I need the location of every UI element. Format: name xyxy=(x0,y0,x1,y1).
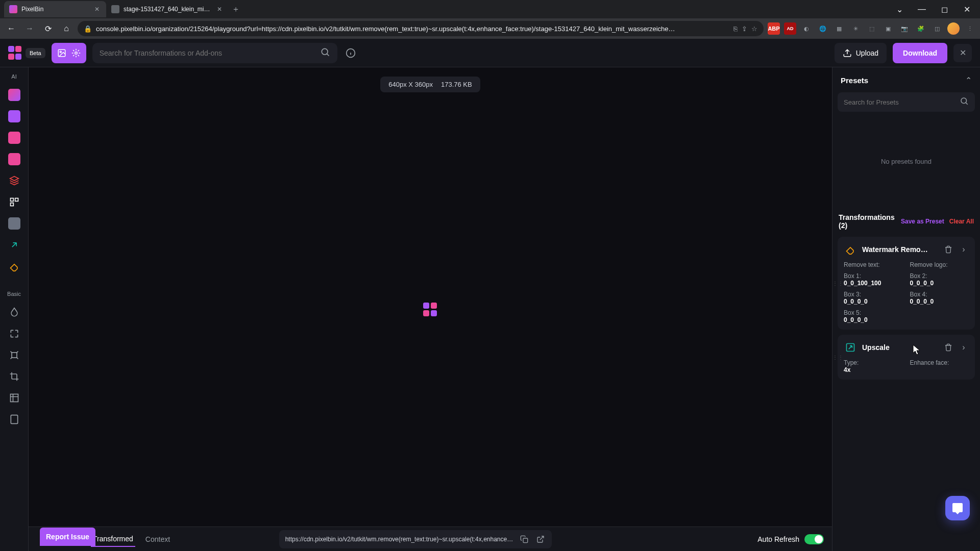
extension-icon[interactable]: ⬚ xyxy=(866,22,878,35)
search-icon[interactable] xyxy=(960,96,969,108)
maximize-icon[interactable]: ◻ xyxy=(935,2,953,16)
tab-title: PixelBin xyxy=(21,6,89,13)
clear-all-link[interactable]: Clear All xyxy=(949,218,974,225)
search-input[interactable] xyxy=(100,49,315,57)
rail-tool-format[interactable] xyxy=(5,410,23,429)
app-logo[interactable]: Beta xyxy=(8,46,45,60)
rail-tool-erase[interactable] xyxy=(5,86,23,104)
rail-tool-upscale[interactable] xyxy=(5,236,23,254)
save-as-preset-link[interactable]: Save as Preset xyxy=(901,218,944,225)
ai-icon xyxy=(8,217,20,230)
download-button[interactable]: Download xyxy=(893,43,947,63)
extension-icon[interactable]: ▣ xyxy=(882,22,894,35)
close-icon[interactable]: ✕ xyxy=(93,5,101,13)
delete-icon[interactable] xyxy=(943,343,953,352)
rail-tool-compress[interactable] xyxy=(5,324,23,343)
rail-tool-gallery[interactable] xyxy=(5,193,23,211)
drag-handle-icon[interactable]: ⋮⋮ xyxy=(832,355,844,360)
star-icon[interactable]: ☆ xyxy=(751,25,757,33)
drag-handle-icon[interactable]: ⋮⋮ xyxy=(832,281,844,286)
home-button[interactable]: ⌂ xyxy=(59,21,74,36)
browser-tab-active[interactable]: PixelBin ✕ xyxy=(4,1,106,17)
tab-transformed[interactable]: Transformed xyxy=(91,532,135,547)
rail-tool-face[interactable] xyxy=(5,150,23,168)
chevron-right-icon[interactable]: › xyxy=(959,245,969,254)
open-external-icon[interactable] xyxy=(535,534,546,544)
new-tab-button[interactable]: ＋ xyxy=(229,2,243,16)
svg-rect-6 xyxy=(15,198,18,202)
kebab-menu-icon[interactable]: ⋮ xyxy=(964,22,976,35)
chevron-down-icon[interactable]: ⌄ xyxy=(890,2,909,16)
resize-icon xyxy=(9,393,19,403)
preset-search-input[interactable] xyxy=(844,98,960,106)
main-layout: AI Basic 640px X 360px 173.76 KB xyxy=(0,67,980,551)
presets-title: Presets xyxy=(841,76,868,85)
upscale-icon xyxy=(844,341,857,354)
chevron-up-icon[interactable]: ⌃ xyxy=(965,76,972,85)
puzzle-icon[interactable]: 🧩 xyxy=(915,22,927,35)
transformation-props: Type:4x Enhance face: xyxy=(844,359,969,373)
mode-settings-button[interactable] xyxy=(69,46,83,60)
rail-tool-blur[interactable] xyxy=(5,303,23,321)
copy-icon[interactable] xyxy=(519,534,529,544)
adblock-extension-icon[interactable]: AD xyxy=(784,22,796,35)
car-icon xyxy=(8,132,20,144)
translate-icon[interactable]: ⎘ xyxy=(733,25,738,33)
share-icon[interactable]: ⇪ xyxy=(742,25,747,33)
chat-support-button[interactable] xyxy=(945,496,970,520)
rail-tool-resize[interactable] xyxy=(5,389,23,407)
tab-context[interactable]: Context xyxy=(143,532,172,546)
mode-image-button[interactable] xyxy=(55,46,69,60)
extension-icon[interactable]: ◐ xyxy=(800,22,813,35)
upload-button[interactable]: Upload xyxy=(835,43,887,63)
camera-icon[interactable]: 📷 xyxy=(898,22,911,35)
close-window-icon[interactable]: ✕ xyxy=(958,2,976,16)
svg-rect-5 xyxy=(10,198,13,202)
close-icon[interactable]: ✕ xyxy=(215,5,224,13)
transformation-card-upscale[interactable]: ⋮⋮ Upscale › Type:4x Enhance face: xyxy=(838,335,975,380)
rail-tool-ai[interactable] xyxy=(5,214,23,233)
report-issue-button[interactable]: Report Issue xyxy=(40,528,95,546)
presets-header[interactable]: Presets ⌃ xyxy=(838,73,975,87)
rail-tool-layers[interactable] xyxy=(5,171,23,190)
url-text: console.pixelbin.io/organization/215264/… xyxy=(96,25,729,33)
rail-tool-watermark[interactable] xyxy=(5,257,23,276)
erase-icon xyxy=(8,89,20,101)
svg-rect-7 xyxy=(10,203,13,206)
minimize-icon[interactable]: — xyxy=(913,2,931,16)
transformation-card-watermark[interactable]: ⋮⋮ Watermark Remo… › Remove text: Remove… xyxy=(838,237,975,330)
chevron-right-icon[interactable]: › xyxy=(959,343,969,352)
browser-tab[interactable]: stage-1531427_640_klein_mit_w… ✕ xyxy=(106,1,229,17)
globe-icon[interactable]: 🌐 xyxy=(817,22,829,35)
back-button[interactable]: ← xyxy=(4,21,18,36)
extension-icon[interactable]: ✳ xyxy=(849,22,862,35)
output-url-pill: https://cdn.pixelbin.io/v2/tutkit/wm.rem… xyxy=(279,530,552,548)
info-button[interactable] xyxy=(344,46,358,60)
rail-tool-extend[interactable] xyxy=(5,346,23,364)
forward-button[interactable]: → xyxy=(22,21,37,36)
file-icon xyxy=(9,414,19,424)
prop-label: Box 5: xyxy=(844,309,903,316)
transformation-search[interactable] xyxy=(92,43,337,63)
auto-refresh-toggle[interactable] xyxy=(804,534,824,544)
search-icon[interactable] xyxy=(320,47,330,59)
profile-avatar[interactable] xyxy=(947,22,960,35)
pixelbin-favicon-icon xyxy=(9,5,17,13)
svg-point-2 xyxy=(75,52,77,54)
transformation-name: Watermark Remo… xyxy=(862,245,938,254)
output-url-text: https://cdn.pixelbin.io/v2/tutkit/wm.rem… xyxy=(285,536,513,543)
reload-button[interactable]: ⟳ xyxy=(41,21,55,36)
prop-value: 0_0_0_0 xyxy=(910,298,969,305)
rail-tool-crop[interactable] xyxy=(5,367,23,386)
rail-tool-image[interactable] xyxy=(5,107,23,126)
abp-extension-icon[interactable]: ABP xyxy=(768,22,780,35)
preset-search[interactable] xyxy=(838,92,975,112)
sidepanel-icon[interactable]: ◫ xyxy=(931,22,943,35)
rail-tool-car[interactable] xyxy=(5,129,23,147)
transformation-props: Remove text: Remove logo: Box 1:0_0_100_… xyxy=(844,261,969,323)
extension-icon[interactable]: ▦ xyxy=(833,22,845,35)
close-panel-button[interactable]: ✕ xyxy=(953,44,972,62)
delete-icon[interactable] xyxy=(943,245,953,254)
url-bar[interactable]: 🔒 console.pixelbin.io/organization/21526… xyxy=(78,21,764,36)
tab-favicon-icon xyxy=(111,5,119,13)
